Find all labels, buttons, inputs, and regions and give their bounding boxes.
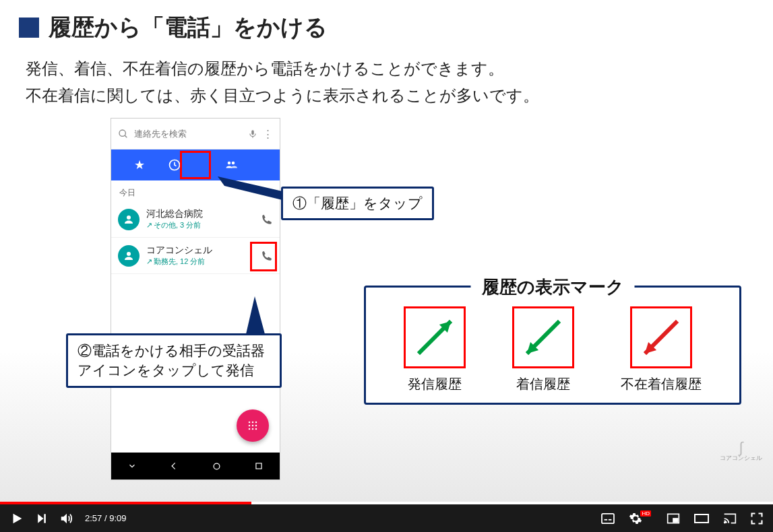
svg-marker-31 [61, 513, 67, 523]
entry-name: 河北総合病院 [146, 208, 254, 220]
fullscreen-button[interactable] [750, 512, 764, 525]
svg-point-13 [252, 425, 254, 427]
mic-icon[interactable] [248, 129, 257, 139]
entry-name: コアコンシェル [146, 244, 254, 257]
callout-step1: ①「履歴」をタップ [281, 187, 434, 220]
title-bullet-icon [19, 18, 39, 38]
svg-marker-28 [13, 513, 22, 523]
svg-line-1 [125, 135, 127, 137]
outgoing-arrow-icon: ↗ [146, 221, 152, 229]
svg-point-16 [252, 428, 254, 430]
svg-marker-20 [218, 176, 282, 200]
search-placeholder: 連絡先を検索 [134, 128, 243, 140]
svg-rect-19 [256, 463, 261, 469]
settings-button[interactable]: HD [629, 512, 653, 525]
search-icon [118, 129, 129, 139]
entry-sub: ↗勤務先, 12 分前 [146, 257, 254, 267]
svg-point-17 [255, 428, 257, 430]
svg-point-38 [724, 522, 726, 523]
avatar-icon [118, 209, 140, 230]
highlight-box-call [250, 242, 277, 271]
nav-back-icon[interactable] [169, 461, 179, 471]
legend-icon-outgoing [404, 306, 466, 368]
hd-badge: HD [640, 510, 651, 517]
callout-step2: ②電話をかける相手の受話器 アイコンをタップして発信 [66, 333, 282, 388]
svg-rect-37 [695, 514, 708, 523]
logo-mark-icon: ∫ [720, 442, 762, 454]
cast-button[interactable] [723, 512, 737, 525]
next-button[interactable] [35, 512, 49, 525]
play-button[interactable] [9, 511, 24, 526]
svg-point-5 [228, 162, 231, 165]
svg-point-7 [127, 215, 131, 220]
outgoing-arrow-icon: ↗ [146, 257, 152, 265]
entry-info: 河北総合病院 ↗その他, 3 分前 [146, 208, 254, 230]
svg-point-14 [255, 425, 257, 427]
svg-point-0 [119, 130, 125, 136]
slide-description: 発信、着信、不在着信の履歴から電話をかけることができます。 不在着信に関しては、… [19, 55, 754, 108]
nav-home-icon[interactable] [212, 461, 222, 471]
svg-point-6 [232, 162, 235, 165]
time-display: 2:57 / 9:09 [85, 513, 126, 523]
svg-rect-30 [44, 514, 46, 523]
svg-marker-21 [246, 296, 265, 334]
desc-line2: 不在着信に関しては、赤く目立つように表示されることが多いです。 [26, 86, 539, 104]
title-row: 履歴から「電話」をかける [19, 12, 754, 43]
player-controls: 2:57 / 9:09 HD [0, 504, 773, 532]
legend-title: 履歴の表示マーク [471, 275, 635, 299]
avatar-icon [118, 245, 140, 267]
slide-title: 履歴から「電話」をかける [49, 12, 328, 43]
call-entry-1[interactable]: コアコンシェル ↗勤務先, 12 分前 [111, 238, 280, 274]
brand-logo: ∫ コアコンシェル [720, 442, 762, 463]
phone-nav-bar [111, 453, 280, 479]
tab-contacts[interactable] [224, 159, 280, 171]
miniplayer-button[interactable] [667, 512, 680, 525]
svg-rect-32 [602, 513, 614, 523]
legend-label: 着信履歴 [512, 375, 574, 393]
nav-recent-icon[interactable] [254, 461, 264, 471]
legend-label: 不在着信履歴 [621, 375, 702, 393]
svg-point-15 [249, 428, 251, 430]
nav-down-icon[interactable] [127, 461, 137, 471]
phone-search-bar[interactable]: 連絡先を検索 ⋮ [111, 119, 280, 149]
dialpad-fab[interactable] [237, 409, 269, 442]
svg-point-9 [249, 422, 251, 424]
svg-marker-29 [38, 514, 43, 523]
legend-item-missed: 不在着信履歴 [621, 306, 702, 393]
legend-box: 履歴の表示マーク 発信履歴 着信履歴 [364, 286, 741, 405]
theater-button[interactable] [693, 513, 710, 524]
legend-item-incoming: 着信履歴 [512, 306, 574, 393]
slide-area: 履歴から「電話」をかける 発信、着信、不在着信の履歴から電話をかけることができま… [0, 0, 773, 502]
entry-sub: ↗その他, 3 分前 [146, 220, 254, 230]
entry-info: コアコンシェル ↗勤務先, 12 分前 [146, 244, 254, 267]
callout1-pointer-icon [218, 176, 285, 203]
legend-label: 発信履歴 [404, 375, 466, 393]
legend-icon-missed [630, 306, 692, 368]
svg-point-11 [255, 422, 257, 424]
svg-rect-36 [673, 519, 678, 522]
svg-rect-2 [251, 130, 254, 135]
subtitles-button[interactable] [600, 512, 615, 525]
svg-point-12 [249, 425, 251, 427]
desc-line1: 発信、着信、不在着信の履歴から電話をかけることができます。 [26, 59, 504, 77]
legend-item-outgoing: 発信履歴 [404, 306, 466, 393]
tab-favorites[interactable]: ★ [111, 158, 167, 172]
svg-point-18 [214, 463, 220, 469]
svg-point-8 [127, 252, 131, 256]
more-icon[interactable]: ⋮ [263, 128, 273, 140]
highlight-box-history [180, 151, 211, 179]
legend-icon-incoming [512, 306, 574, 368]
call-entry-0[interactable]: 河北総合病院 ↗その他, 3 分前 [111, 201, 280, 238]
volume-button[interactable] [59, 511, 74, 526]
callout2-pointer-icon [238, 296, 272, 337]
svg-point-10 [252, 422, 254, 424]
call-icon[interactable] [261, 213, 273, 226]
